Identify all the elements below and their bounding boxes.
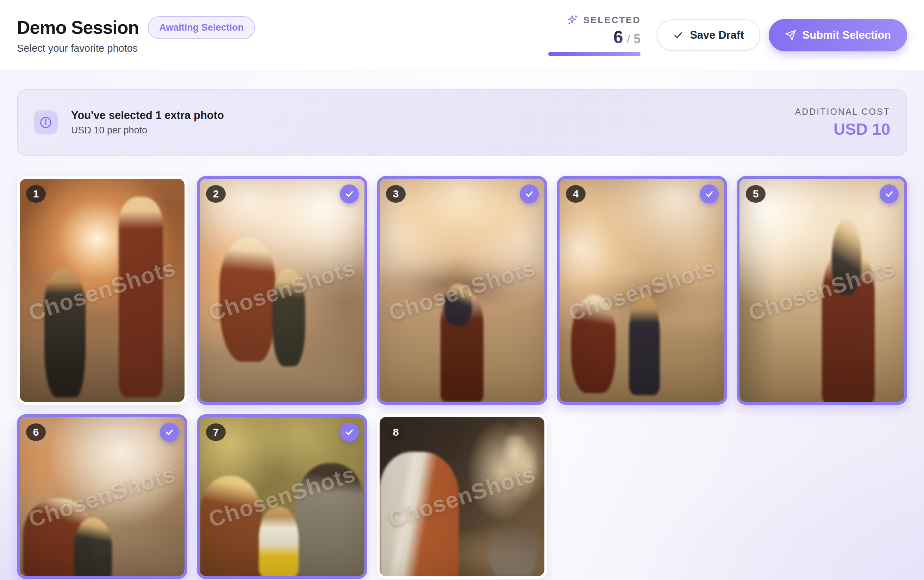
- selected-separator: /: [627, 32, 630, 46]
- save-draft-label: Save Draft: [690, 29, 744, 41]
- save-draft-button[interactable]: Save Draft: [657, 19, 760, 51]
- additional-cost-label: ADDITIONAL COST: [795, 107, 891, 117]
- selected-check-badge: [340, 185, 359, 203]
- photo-figure: [571, 295, 615, 393]
- info-icon: [34, 110, 58, 134]
- status-badge: Awaiting Selection: [148, 16, 255, 39]
- additional-cost-value: USD 10: [833, 120, 890, 138]
- selection-stats: SELECTED 6 / 5: [548, 14, 640, 56]
- photo-figure: [488, 436, 538, 576]
- photo-thumbnail: ChosenShots: [200, 179, 365, 402]
- photo-number-badge: 8: [386, 423, 406, 441]
- photo-figure: [23, 498, 92, 576]
- check-icon: [673, 30, 683, 41]
- photo-number-badge: 5: [746, 185, 766, 203]
- photo-figure: [200, 476, 262, 576]
- photo-number-badge: 1: [26, 185, 46, 203]
- photo-thumbnail: ChosenShots: [739, 179, 904, 402]
- photo-figure: [295, 463, 365, 576]
- photo-thumbnail: ChosenShots: [380, 417, 544, 576]
- selection-progress-bar: [548, 52, 640, 56]
- watermark: ChosenShots: [200, 179, 365, 402]
- photo-card[interactable]: ChosenShots 4: [557, 176, 727, 405]
- watermark: ChosenShots: [20, 417, 185, 576]
- photo-selection-page: Demo Session Awaiting Selection Select y…: [0, 0, 924, 580]
- selected-label: SELECTED: [583, 15, 640, 26]
- content-area: You've selected 1 extra photo USD 10 per…: [0, 70, 924, 580]
- selected-check-badge: [520, 185, 539, 203]
- photo-card[interactable]: ChosenShots 7: [197, 414, 367, 579]
- photo-figure: [119, 197, 163, 398]
- selected-check-badge: [879, 185, 899, 203]
- watermark: ChosenShots: [739, 179, 904, 402]
- sparkles-icon: [566, 14, 579, 26]
- header-left: Demo Session Awaiting Selection Select y…: [17, 16, 255, 54]
- watermark: ChosenShots: [380, 179, 544, 402]
- photo-number-badge: 6: [26, 423, 46, 441]
- photo-thumbnail: ChosenShots: [20, 179, 185, 402]
- photo-card[interactable]: ChosenShots 5: [737, 176, 907, 405]
- selected-check-badge: [700, 185, 719, 203]
- photo-card[interactable]: ChosenShots 8: [377, 414, 547, 579]
- header-right: SELECTED 6 / 5 Save Draft: [548, 14, 907, 56]
- photo-figure: [629, 292, 660, 395]
- photo-figure: [441, 290, 483, 402]
- photo-card[interactable]: ChosenShots 1: [17, 176, 187, 405]
- photo-number-badge: 4: [566, 185, 586, 203]
- watermark: ChosenShots: [559, 179, 724, 402]
- photo-number-badge: 7: [206, 423, 226, 441]
- page-subtitle: Select your favorite photos: [17, 43, 255, 54]
- submit-selection-label: Submit Selection: [802, 29, 891, 41]
- photo-thumbnail: ChosenShots: [380, 179, 544, 402]
- photo-card[interactable]: ChosenShots 3: [377, 176, 547, 405]
- banner-subtitle: USD 10 per photo: [71, 125, 224, 136]
- photo-thumbnail: ChosenShots: [200, 417, 365, 576]
- photo-figure: [822, 246, 875, 402]
- photo-thumbnail: ChosenShots: [20, 417, 185, 576]
- send-icon: [785, 30, 796, 41]
- watermark: ChosenShots: [200, 417, 365, 576]
- photo-card[interactable]: ChosenShots 2: [197, 176, 367, 405]
- photo-thumbnail: ChosenShots: [559, 179, 724, 402]
- selected-check-badge: [160, 423, 179, 442]
- photo-figure: [45, 268, 86, 398]
- photo-figure: [380, 452, 459, 576]
- extra-photos-banner: You've selected 1 extra photo USD 10 per…: [17, 89, 907, 156]
- page-title: Demo Session: [17, 17, 139, 38]
- app-header: Demo Session Awaiting Selection Select y…: [0, 0, 924, 70]
- photo-figure: [272, 268, 305, 366]
- watermark: ChosenShots: [20, 179, 185, 402]
- photo-figure: [219, 237, 276, 362]
- submit-selection-button[interactable]: Submit Selection: [769, 19, 907, 51]
- selected-count: 6: [614, 27, 623, 48]
- photo-grid: ChosenShots 1 ChosenShots 2 ChosenShots …: [17, 176, 907, 579]
- selected-total: 5: [634, 32, 640, 46]
- banner-title: You've selected 1 extra photo: [71, 109, 224, 122]
- photo-figure: [444, 283, 472, 326]
- photo-figure: [74, 517, 112, 576]
- photo-number-badge: 2: [206, 185, 226, 203]
- photo-number-badge: 3: [386, 185, 406, 203]
- photo-card[interactable]: ChosenShots 6: [17, 414, 187, 579]
- watermark: ChosenShots: [380, 417, 544, 576]
- selected-check-badge: [340, 423, 359, 442]
- photo-figure: [832, 219, 861, 295]
